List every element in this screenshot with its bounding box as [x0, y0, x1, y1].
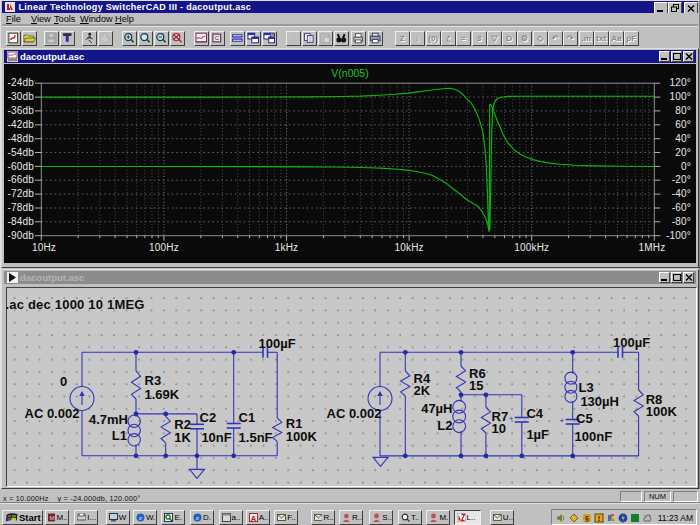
svg-text:-66db: -66db: [7, 174, 34, 185]
svg-text:60°: 60°: [675, 119, 691, 130]
svg-text:100Hz: 100Hz: [149, 242, 179, 253]
svg-text:A: A: [250, 514, 256, 523]
svg-text:1.69K: 1.69K: [145, 387, 180, 402]
svg-text:V(n005): V(n005): [331, 67, 368, 79]
svg-text:-36db: -36db: [7, 105, 34, 116]
svg-text:15: 15: [469, 378, 483, 393]
svg-text:L3: L3: [579, 380, 594, 395]
svg-text:1µF: 1µF: [526, 427, 549, 442]
svg-text:R3: R3: [145, 373, 162, 388]
svg-text:-72db: -72db: [7, 188, 34, 199]
svg-text:L2: L2: [437, 418, 452, 433]
svg-text:-84db: -84db: [7, 216, 34, 227]
svg-text:1kHz: 1kHz: [275, 242, 299, 253]
svg-text:-20°: -20°: [672, 174, 691, 185]
svg-text:-48db: -48db: [7, 133, 34, 144]
svg-text:L1: L1: [112, 428, 127, 443]
svg-text:-100°: -100°: [666, 230, 691, 241]
svg-text:1.5nF: 1.5nF: [239, 430, 273, 445]
svg-text:+: +: [509, 414, 514, 423]
svg-text:100°: 100°: [670, 91, 691, 102]
svg-text:100K: 100K: [646, 404, 678, 419]
svg-text:-78db: -78db: [7, 202, 34, 213]
svg-text:100kHz: 100kHz: [514, 242, 549, 253]
svg-text:-80°: -80°: [672, 216, 691, 227]
svg-text:-30db: -30db: [7, 91, 34, 102]
svg-text:100K: 100K: [286, 429, 318, 444]
svg-text:C5: C5: [576, 411, 593, 426]
svg-text:1K: 1K: [174, 430, 191, 445]
svg-text:AC 0.002: AC 0.002: [25, 406, 80, 421]
svg-text:e: e: [139, 514, 142, 522]
svg-text:2K: 2K: [414, 383, 431, 398]
svg-text:4.7mH: 4.7mH: [89, 412, 128, 427]
svg-text:47µH: 47µH: [421, 401, 452, 416]
svg-text:10Hz: 10Hz: [32, 242, 56, 253]
svg-text:-40°: -40°: [672, 188, 691, 199]
svg-text:10kHz: 10kHz: [394, 242, 423, 253]
svg-text:§: §: [585, 515, 589, 522]
svg-text:e: e: [196, 514, 199, 522]
svg-text:20°: 20°: [675, 147, 691, 158]
svg-text:C: C: [215, 36, 219, 42]
svg-text:10: 10: [492, 421, 506, 436]
svg-text:AC 0.002: AC 0.002: [327, 406, 382, 421]
svg-text:100µF: 100µF: [259, 336, 296, 351]
svg-text:M: M: [49, 514, 54, 521]
svg-text:-60db: -60db: [7, 161, 34, 172]
svg-text:!: !: [598, 515, 600, 522]
svg-text:1MHz: 1MHz: [639, 242, 666, 253]
svg-text:C1: C1: [239, 410, 256, 425]
svg-text:40°: 40°: [675, 133, 691, 144]
svg-text:-24db: -24db: [7, 77, 34, 88]
svg-text:-54db: -54db: [7, 147, 34, 158]
svg-text:0°: 0°: [681, 161, 691, 172]
svg-text:130µH: 130µH: [580, 394, 619, 409]
svg-text:0: 0: [60, 374, 67, 389]
svg-text:-60°: -60°: [672, 202, 691, 213]
svg-text:10nF: 10nF: [201, 430, 231, 445]
svg-text:-90db: -90db: [7, 230, 34, 241]
svg-text:C2: C2: [200, 410, 217, 425]
svg-text:120°: 120°: [670, 77, 691, 88]
svg-text:+: +: [560, 416, 565, 425]
svg-text:100µF: 100µF: [613, 335, 650, 350]
svg-text:80°: 80°: [675, 105, 691, 116]
svg-text:100nF: 100nF: [575, 429, 613, 444]
svg-text:-42db: -42db: [7, 119, 34, 130]
svg-text:C4: C4: [526, 406, 543, 421]
